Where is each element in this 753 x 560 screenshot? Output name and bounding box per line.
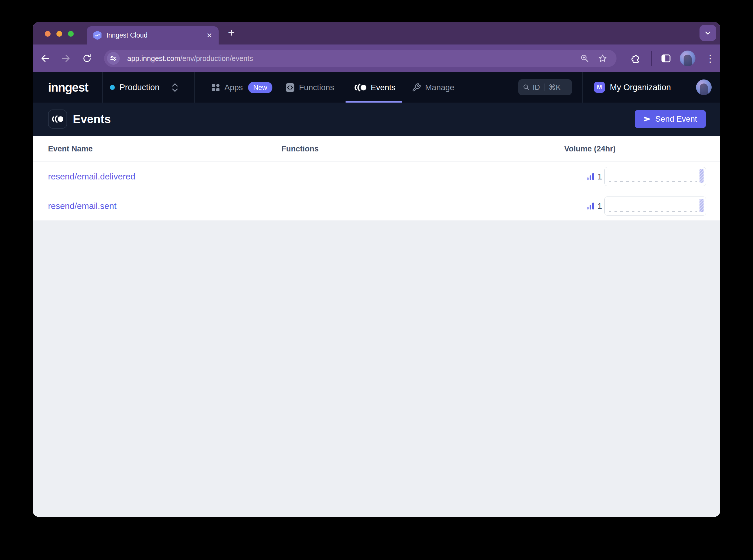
volume-sparkline xyxy=(604,197,706,216)
nav-item-events[interactable]: Events xyxy=(354,72,395,103)
environment-selector[interactable]: Production xyxy=(110,72,179,103)
inngest-logo[interactable]: inngest xyxy=(48,72,88,103)
table-header: Event Name Functions Volume (24hr) xyxy=(33,136,720,162)
extensions-icon[interactable] xyxy=(630,53,640,64)
chevron-down-icon xyxy=(704,29,712,37)
nav-item-manage[interactable]: Manage xyxy=(412,72,454,103)
environment-label: Production xyxy=(119,83,160,92)
site-info-icon[interactable] xyxy=(107,52,120,65)
new-badge: New xyxy=(248,82,272,93)
page-header: Events Send Event xyxy=(33,103,720,136)
search-shortcut-button[interactable]: ID ⌘K xyxy=(518,79,572,95)
wrench-icon xyxy=(412,83,421,92)
browser-tab-bar: Inngest Cloud ✕ + xyxy=(33,22,720,44)
user-avatar[interactable] xyxy=(696,79,712,95)
nav-item-apps[interactable]: Apps New xyxy=(211,72,272,103)
bookmark-star-icon[interactable] xyxy=(598,54,607,63)
sparkline-baseline xyxy=(609,211,697,212)
forward-icon[interactable] xyxy=(61,54,71,63)
page-title: Events xyxy=(73,103,111,136)
side-panel-icon[interactable] xyxy=(661,53,671,64)
url-path: /env/production/events xyxy=(180,54,253,62)
send-event-label: Send Event xyxy=(655,115,697,124)
browser-toolbar: app.inngest.com/env/production/events ⋮ xyxy=(33,44,720,72)
back-icon[interactable] xyxy=(40,54,50,63)
event-name-link[interactable]: resend/email.sent xyxy=(48,191,117,221)
functions-code-icon xyxy=(285,83,295,93)
table-row[interactable]: resend/email.sent 1 xyxy=(33,191,720,221)
send-event-button[interactable]: Send Event xyxy=(635,110,706,128)
volume-count: 1 xyxy=(597,162,602,191)
event-name-link[interactable]: resend/email.delivered xyxy=(48,162,135,191)
volume-bars-icon xyxy=(587,173,595,181)
search-icon xyxy=(523,84,530,91)
window-minimize-button[interactable] xyxy=(56,31,62,37)
apps-grid-icon xyxy=(211,83,220,92)
volume-sparkline xyxy=(604,167,706,186)
tab-close-icon[interactable]: ✕ xyxy=(207,26,212,44)
nav-label-events: Events xyxy=(371,83,395,92)
events-page-icon xyxy=(48,109,67,128)
app-header: inngest Production Apps New xyxy=(33,72,720,103)
nav-label-apps: Apps xyxy=(225,83,243,92)
url-text: app.inngest.com/env/production/events xyxy=(127,50,253,67)
browser-menu-icon[interactable]: ⋮ xyxy=(705,52,710,65)
volume-bars-icon xyxy=(587,202,595,210)
window-zoom-button[interactable] xyxy=(68,31,74,37)
org-switcher[interactable]: My Organization xyxy=(610,72,671,103)
tab-search-button[interactable] xyxy=(699,25,716,41)
zoom-icon[interactable] xyxy=(580,54,589,63)
chevron-up-down-icon xyxy=(171,82,179,93)
column-volume: Volume (24hr) xyxy=(564,136,616,162)
sparkline-bar xyxy=(699,199,703,212)
new-tab-button[interactable]: + xyxy=(225,26,238,39)
search-shortcut-label: ⌘K xyxy=(548,83,561,92)
nav-item-functions[interactable]: Functions xyxy=(285,72,334,103)
window-close-button[interactable] xyxy=(45,31,51,37)
events-stream-icon xyxy=(354,83,367,92)
tab-title: Inngest Cloud xyxy=(107,26,148,44)
inngest-favicon-icon xyxy=(93,31,102,40)
url-host: app.inngest.com xyxy=(127,54,180,62)
send-icon xyxy=(643,116,652,122)
volume-count: 1 xyxy=(597,191,602,221)
toolbar-divider xyxy=(651,51,652,66)
browser-profile-avatar[interactable] xyxy=(680,51,695,66)
table-row[interactable]: resend/email.delivered 1 xyxy=(33,162,720,191)
reload-icon[interactable] xyxy=(82,54,92,63)
search-id-label: ID xyxy=(533,83,540,92)
column-event-name: Event Name xyxy=(48,136,93,162)
browser-window: Inngest Cloud ✕ + xyxy=(33,22,720,517)
address-bar[interactable]: app.inngest.com/env/production/events xyxy=(104,50,617,67)
nav-label-manage: Manage xyxy=(425,83,454,92)
header-divider xyxy=(194,72,195,103)
sparkline-baseline xyxy=(609,181,697,182)
browser-tab[interactable]: Inngest Cloud ✕ xyxy=(87,26,219,44)
search-divider xyxy=(544,83,544,91)
header-divider xyxy=(102,72,103,103)
sparkline-bar xyxy=(699,169,703,183)
nav-label-functions: Functions xyxy=(299,83,334,92)
environment-status-dot xyxy=(110,85,115,90)
header-divider xyxy=(582,72,583,103)
column-functions: Functions xyxy=(282,136,318,162)
org-initial-badge: M xyxy=(594,82,605,93)
header-divider xyxy=(686,72,686,103)
